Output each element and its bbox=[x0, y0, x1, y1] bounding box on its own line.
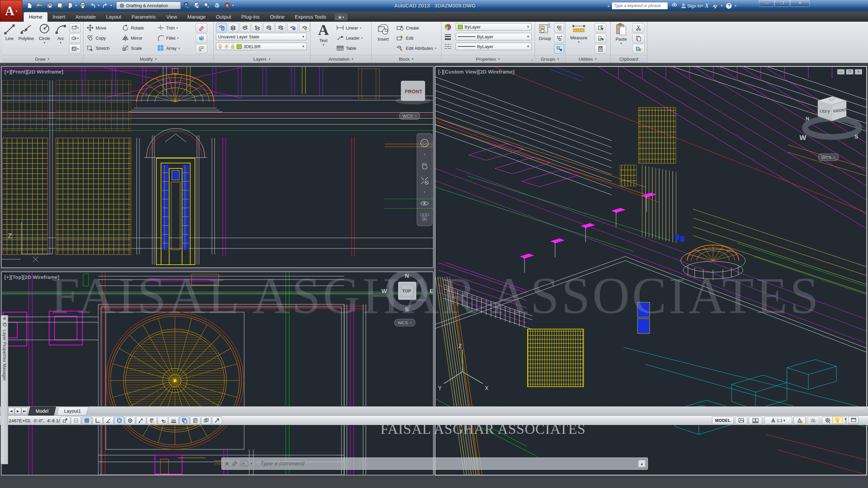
command-customize-wrench-icon[interactable] bbox=[232, 461, 238, 467]
copy-clip-button[interactable] bbox=[632, 34, 645, 43]
pan-hand-icon[interactable] bbox=[419, 161, 430, 171]
offset-tool[interactable] bbox=[196, 44, 207, 54]
infer-constraints-toggle[interactable] bbox=[60, 416, 70, 424]
rectangle-dropdown-arrow[interactable]: ▾ bbox=[77, 26, 79, 29]
viewcube-compass-s[interactable]: S bbox=[854, 134, 858, 140]
leader-tool[interactable]: Leader▾ bbox=[336, 33, 363, 43]
tab-output[interactable]: Output bbox=[211, 12, 236, 22]
linetype-icon[interactable] bbox=[444, 43, 452, 50]
panel-title-groups[interactable]: Groups▼ bbox=[535, 55, 565, 63]
scale-tool[interactable]: Scale bbox=[122, 43, 142, 53]
move-tool[interactable]: Move bbox=[86, 23, 106, 33]
select-similar-button[interactable] bbox=[595, 34, 606, 43]
trim-tool[interactable]: Trim▾ bbox=[157, 23, 178, 33]
viewport-front-view[interactable]: [Front] bbox=[11, 69, 27, 75]
command-close-icon[interactable]: ✕ bbox=[225, 461, 229, 466]
redo-dropdown-icon[interactable]: ▾ bbox=[110, 4, 112, 7]
panel-title-draw[interactable]: Draw▼ bbox=[2, 55, 83, 63]
match-properties-button[interactable] bbox=[632, 44, 645, 54]
ortho-mode-toggle[interactable] bbox=[93, 416, 103, 424]
viewport-top-style[interactable]: [2D Wireframe] bbox=[23, 274, 59, 280]
orbit-icon[interactable] bbox=[419, 198, 430, 208]
3d-object-snap-toggle[interactable] bbox=[125, 416, 135, 424]
layer-freeze-sun-icon[interactable] bbox=[224, 44, 229, 49]
prev-tab-button[interactable]: ◀ bbox=[8, 408, 14, 414]
linetype-dropdown[interactable]: ByLayer▼ bbox=[456, 43, 532, 50]
layer-unlock-icon[interactable] bbox=[231, 44, 235, 49]
front-wcs-menu[interactable]: WCS▽ bbox=[399, 112, 420, 120]
layer-properties-button[interactable] bbox=[216, 23, 227, 32]
tab-plugins[interactable]: Plug-ins bbox=[236, 12, 265, 22]
viewport-front-control[interactable]: [+] bbox=[4, 69, 11, 75]
viewport-minimize-button[interactable]: — bbox=[837, 69, 845, 75]
group-edit-button[interactable] bbox=[554, 34, 564, 43]
custom-wcs-menu[interactable]: WCS▽ bbox=[818, 154, 839, 161]
undo-button[interactable] bbox=[88, 1, 97, 9]
viewport-custom-view[interactable]: [Custom View] bbox=[443, 69, 478, 75]
panel-title-block[interactable]: Block▼ bbox=[372, 55, 441, 63]
table-tool[interactable]: Table bbox=[336, 43, 356, 53]
circle-tool[interactable]: Circle ▼ bbox=[36, 23, 53, 54]
a360-dropdown-arrow[interactable]: ▾ bbox=[721, 4, 723, 7]
hatch-tool[interactable]: ▾ bbox=[69, 44, 81, 54]
stretch-tool[interactable]: Stretch bbox=[86, 43, 110, 53]
layer-freeze-button[interactable] bbox=[287, 23, 298, 32]
rotate-tool[interactable]: Rotate bbox=[122, 23, 144, 33]
transparency-toggle[interactable] bbox=[179, 416, 190, 424]
model-space-button[interactable]: MODEL bbox=[712, 416, 734, 424]
mirror-tool[interactable]: Mirror bbox=[122, 33, 142, 43]
compass-north[interactable]: N bbox=[405, 273, 409, 279]
search-input[interactable] bbox=[612, 2, 668, 9]
command-input[interactable]: Type a command bbox=[260, 460, 304, 467]
steering-wheel-icon[interactable] bbox=[419, 138, 430, 148]
render-button[interactable] bbox=[202, 1, 211, 9]
zoom-extents-icon[interactable] bbox=[419, 176, 430, 186]
fillet-tool[interactable]: Fillet▾ bbox=[157, 33, 178, 43]
auto-annotation-scale-button[interactable] bbox=[807, 416, 819, 424]
infocenter-collapse-arrow[interactable]: ▸ bbox=[608, 4, 610, 8]
open-file-button[interactable] bbox=[35, 1, 44, 9]
panel-title-clipboard[interactable]: Clipboard bbox=[611, 55, 647, 63]
object-color-dropdown[interactable]: ByLayer▼ bbox=[456, 23, 532, 30]
object-color-icon[interactable] bbox=[444, 23, 452, 31]
text-tool[interactable]: A Text ▼ bbox=[314, 23, 333, 54]
application-menu-button[interactable]: A▾ bbox=[0, 0, 22, 22]
exchange-apps-icon[interactable]: X bbox=[705, 2, 709, 9]
viewport-custom-control[interactable]: [-] bbox=[438, 69, 443, 75]
block-edit-attributes-tool[interactable]: Edit Attributes▾ bbox=[396, 43, 436, 53]
workspace-switching-button[interactable] bbox=[822, 416, 833, 424]
layer-on-bulb-icon[interactable] bbox=[218, 44, 222, 49]
layer-previous-button[interactable] bbox=[252, 23, 262, 32]
statusbar-menu-arrow[interactable]: ▼ bbox=[844, 418, 847, 421]
viewport-close-button[interactable]: ✕ bbox=[855, 69, 862, 75]
save-as-button[interactable] bbox=[56, 1, 64, 9]
group-tool[interactable]: Group bbox=[536, 23, 553, 54]
clean-screen-button[interactable] bbox=[848, 416, 859, 424]
dimension-linear-tool[interactable]: Linear▾ bbox=[336, 23, 361, 33]
tab-view[interactable]: View bbox=[161, 12, 182, 22]
quick-select-button[interactable] bbox=[595, 23, 606, 33]
steering-wheel-button[interactable] bbox=[223, 1, 232, 9]
layer-unisolate-button[interactable] bbox=[275, 23, 286, 32]
top-wcs-menu[interactable]: WCS▽ bbox=[394, 319, 415, 326]
viewcube[interactable]: N W S TOP LEFT FRONT bbox=[800, 97, 859, 141]
erase-tool[interactable] bbox=[196, 23, 207, 33]
polyline-tool[interactable]: Polyline bbox=[17, 23, 35, 54]
top-viewcube[interactable]: TOP N W E S bbox=[381, 273, 433, 313]
layer-isolate-button[interactable] bbox=[263, 23, 274, 32]
circle-dropdown-arrow[interactable]: ▼ bbox=[43, 41, 46, 44]
tab-annotate[interactable]: Annotate bbox=[71, 12, 101, 22]
tab-home[interactable]: Home bbox=[24, 12, 47, 22]
new-file-button[interactable] bbox=[25, 1, 34, 9]
layer-match-button[interactable] bbox=[240, 23, 251, 32]
palette-close-icon[interactable]: ✕ bbox=[3, 317, 6, 321]
undo-dropdown-icon[interactable]: ▾ bbox=[98, 4, 100, 7]
sign-in-button[interactable]: Sign In ▾ bbox=[681, 3, 703, 8]
command-recent-arrow[interactable]: ▾ bbox=[251, 462, 252, 465]
coordinate-readout[interactable]: -2.2467E+03, 0'-0", 4'-6 1/4" bbox=[3, 418, 64, 423]
minimize-button[interactable]: — bbox=[759, 0, 774, 7]
autodesk-360-icon[interactable] bbox=[711, 2, 719, 10]
quick-view-drawings-button[interactable] bbox=[749, 416, 762, 424]
isolate-objects-button[interactable] bbox=[832, 416, 843, 424]
panel-title-utilities[interactable]: Utilities▼ bbox=[566, 55, 610, 63]
